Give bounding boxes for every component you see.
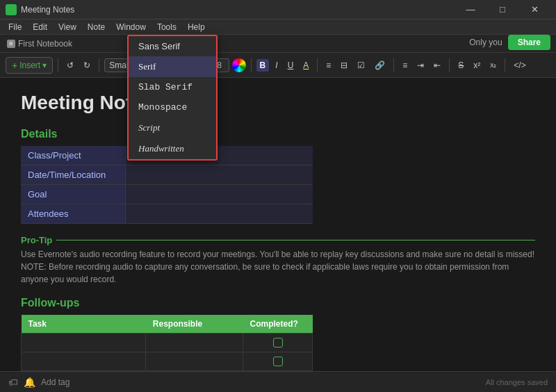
completed-cell-2[interactable] bbox=[243, 352, 313, 371]
app-icon bbox=[6, 4, 17, 15]
add-tag-label[interactable]: Add tag bbox=[41, 377, 70, 387]
menu-view[interactable]: View bbox=[53, 19, 82, 34]
datetime-label: Date/Time/Location bbox=[21, 165, 125, 185]
responsible-cell-2[interactable] bbox=[146, 352, 243, 371]
table-row: Date/Time/Location bbox=[21, 165, 313, 185]
menu-tools[interactable]: Tools bbox=[152, 19, 182, 34]
window-controls: — □ ✕ bbox=[455, 0, 550, 19]
toolbar-separator-6 bbox=[449, 58, 450, 72]
note-content: Meeting Notes Details Class/Project Date… bbox=[0, 78, 556, 371]
goal-label: Goal bbox=[21, 185, 125, 204]
followups-section: Follow-ups Task Responsible Completed? bbox=[21, 297, 535, 371]
font-option-handwritten[interactable]: Handwritten bbox=[129, 138, 216, 159]
pro-tip-line2: NOTE: Before recording audio to capture … bbox=[21, 261, 535, 286]
responsible-header: Responsible bbox=[146, 315, 243, 334]
font-dropdown-popup: Sans Serif Serif Slab Serif Monospace Sc… bbox=[127, 35, 218, 161]
toolbar-separator-1 bbox=[58, 58, 58, 72]
notebook-icon: ≡ bbox=[7, 40, 15, 48]
pro-tip-line bbox=[56, 240, 535, 240]
main-content-area: Meeting Notes Details Class/Project Date… bbox=[0, 78, 556, 371]
table-row: Attendees bbox=[21, 204, 313, 224]
color-picker-button[interactable] bbox=[232, 58, 246, 72]
class-project-label: Class/Project bbox=[21, 146, 125, 165]
toolbar-separator-4 bbox=[317, 58, 318, 72]
indent-button[interactable]: ⇥ bbox=[414, 59, 427, 72]
insert-button[interactable]: + Insert ▾ bbox=[6, 57, 53, 74]
insert-label: Insert bbox=[19, 60, 40, 70]
pro-tip-section: Pro-Tip Use Evernote's audio recording f… bbox=[21, 235, 535, 286]
details-section-title: Details bbox=[21, 128, 535, 140]
completed-header: Completed? bbox=[243, 315, 313, 334]
menu-window[interactable]: Window bbox=[111, 19, 152, 34]
font-option-script[interactable]: Script bbox=[129, 117, 216, 138]
menu-note[interactable]: Note bbox=[82, 19, 111, 34]
bullet-list-button[interactable]: ≡ bbox=[322, 59, 334, 72]
menu-help[interactable]: Help bbox=[182, 19, 211, 34]
status-bar: 🏷 🔔 Add tag All changes saved bbox=[0, 371, 556, 392]
font-option-serif[interactable]: Serif bbox=[129, 56, 216, 77]
task-cell-2[interactable] bbox=[22, 352, 146, 371]
maximize-button[interactable]: □ bbox=[486, 0, 518, 19]
toolbar-separator-3 bbox=[251, 58, 252, 72]
responsible-cell-1[interactable] bbox=[146, 334, 243, 352]
followups-table: Task Responsible Completed? bbox=[21, 315, 313, 371]
checkbox-wrapper-1 bbox=[250, 338, 305, 348]
undo-button[interactable]: ↺ bbox=[63, 59, 77, 72]
checkbox-wrapper-2 bbox=[250, 357, 305, 366]
table-row bbox=[22, 334, 313, 352]
share-button[interactable]: Share bbox=[508, 35, 550, 50]
code-button[interactable]: </> bbox=[510, 59, 529, 72]
saved-status: All changes saved bbox=[486, 378, 548, 386]
breadcrumb[interactable]: First Notebook bbox=[18, 39, 72, 49]
font-option-slab-serif[interactable]: Slab Serif bbox=[129, 77, 216, 97]
tag-icon: 🏷 bbox=[8, 377, 18, 388]
font-option-monospace[interactable]: Monospace bbox=[129, 97, 216, 117]
font-option-sans-serif[interactable]: Sans Serif bbox=[129, 36, 216, 56]
toolbar-separator-7 bbox=[505, 58, 505, 72]
pro-tip-header: Pro-Tip bbox=[21, 235, 535, 245]
plus-icon: + bbox=[12, 60, 17, 71]
close-button[interactable]: ✕ bbox=[518, 0, 550, 19]
underline-button[interactable]: U bbox=[284, 59, 297, 72]
minimize-button[interactable]: — bbox=[455, 0, 486, 19]
task-header: Task bbox=[22, 315, 146, 334]
menu-file[interactable]: File bbox=[3, 19, 27, 34]
toolbar-separator-5 bbox=[393, 58, 394, 72]
bold-button[interactable]: B bbox=[256, 59, 270, 72]
insert-chevron-icon: ▾ bbox=[42, 60, 47, 70]
link-button[interactable]: 🔗 bbox=[371, 59, 389, 72]
ordered-list-button[interactable]: ⊟ bbox=[337, 59, 351, 72]
share-bar: Only you Share bbox=[469, 35, 550, 50]
strikethrough-button[interactable]: S bbox=[455, 59, 467, 72]
redo-button[interactable]: ↻ bbox=[80, 59, 94, 72]
menu-bar: File Edit View Note Window Tools Help bbox=[0, 19, 556, 35]
checklist-button[interactable]: ☑ bbox=[354, 59, 368, 72]
italic-button[interactable]: I bbox=[272, 59, 281, 72]
goal-value[interactable] bbox=[125, 185, 313, 204]
superscript-button[interactable]: x² bbox=[470, 59, 484, 72]
followups-title: Follow-ups bbox=[21, 297, 535, 309]
pro-tip-label: Pro-Tip bbox=[21, 235, 52, 245]
datetime-value[interactable] bbox=[125, 165, 313, 185]
attendees-value[interactable] bbox=[125, 204, 313, 224]
note-title: Meeting Notes bbox=[21, 92, 535, 114]
title-bar: Meeting Notes — □ ✕ bbox=[0, 0, 556, 19]
align-button[interactable]: ≡ bbox=[399, 59, 411, 72]
table-row: Goal bbox=[21, 185, 313, 204]
completed-checkbox-2[interactable] bbox=[273, 357, 283, 366]
highlight-button[interactable]: A bbox=[300, 59, 312, 72]
task-cell-1[interactable] bbox=[22, 334, 146, 352]
toolbar-separator-2 bbox=[99, 58, 99, 72]
subscript-button[interactable]: x₂ bbox=[486, 60, 500, 70]
pro-tip-line1: Use Evernote's audio recording feature t… bbox=[21, 248, 535, 261]
table-row bbox=[22, 352, 313, 371]
completed-checkbox-1[interactable] bbox=[273, 338, 283, 348]
attendees-label: Attendees bbox=[21, 204, 125, 224]
toolbar: + Insert ▾ ↺ ↻ Small header ▾ Serif ▾ 18… bbox=[0, 53, 556, 78]
followups-header-row: Task Responsible Completed? bbox=[22, 315, 313, 334]
reminder-icon: 🔔 bbox=[24, 377, 35, 388]
outdent-button[interactable]: ⇤ bbox=[430, 59, 444, 72]
completed-cell-1[interactable] bbox=[243, 334, 313, 352]
menu-edit[interactable]: Edit bbox=[27, 19, 53, 34]
details-section: Details Class/Project Date/Time/Location… bbox=[21, 128, 535, 224]
